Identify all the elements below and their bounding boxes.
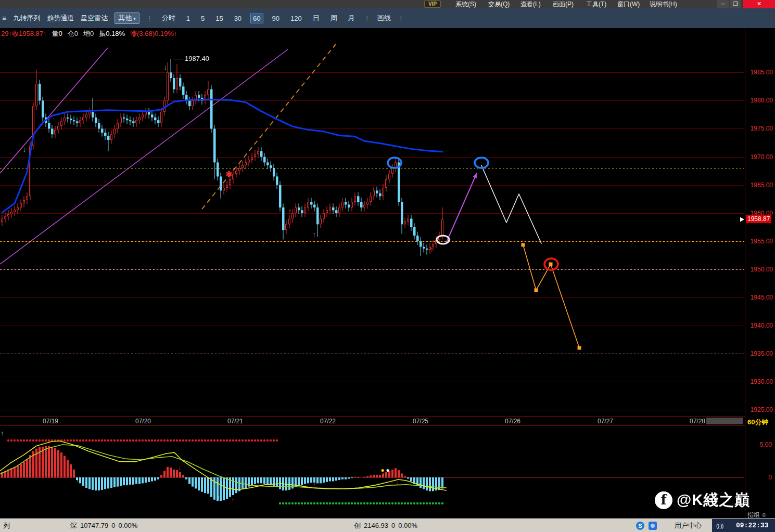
toolbar: ≡九转序列趋势通道星空雷达其他▾⋮分时1515306090120日周月⋮画线⋮ xyxy=(0,8,775,28)
date-label-07/27: 07/27 xyxy=(598,418,613,425)
date-label-07/21: 07/21 xyxy=(227,418,243,425)
statusbar-left-label: 列 xyxy=(3,519,10,532)
plus-icon: ⊕ xyxy=(761,511,767,518)
price-label: 1975.00 xyxy=(751,125,773,132)
watermark-handle: @K綫之巔 xyxy=(677,490,750,511)
status-icon-s[interactable]: S xyxy=(636,522,644,530)
menu-item-5[interactable]: 工具(T) xyxy=(586,0,606,8)
price-label: 1965.00 xyxy=(751,181,773,189)
statusbar-right-segment: ((·)) 09:22:33 xyxy=(712,519,775,532)
menu-item-1[interactable]: 系统(S) xyxy=(455,0,476,8)
date-label-07/25: 07/25 xyxy=(413,418,428,425)
current-price-tag: 1958.87 xyxy=(746,215,771,223)
toolbar-menu-icon[interactable]: ≡ xyxy=(2,14,6,22)
other-dropdown[interactable]: 其他▾ xyxy=(115,12,139,24)
status-icon-app[interactable] xyxy=(649,522,657,530)
period-label: 60分钟 xyxy=(747,418,768,427)
date-axis: 07/1907/2007/2107/2207/2507/2607/2707/28 xyxy=(0,416,745,426)
indicator-axis-label: 0 xyxy=(768,474,772,481)
date-label-07/26: 07/26 xyxy=(505,418,520,425)
chevron-down-icon: ▾ xyxy=(133,16,136,21)
period-120[interactable]: 120 xyxy=(288,14,304,23)
date-label-07/22: 07/22 xyxy=(320,418,336,425)
trading-app-window: VIP 系统(S)交易(Q)查看(L)画面(P)工具(T)窗口(W)说明书(H)… xyxy=(0,0,775,532)
price-label: 1985.00 xyxy=(751,69,773,76)
scrollbar-thumb[interactable] xyxy=(706,418,743,424)
period-月[interactable]: 月 xyxy=(346,13,357,23)
facebook-icon: f xyxy=(655,491,672,509)
menu-item-6[interactable]: 窗口(W) xyxy=(617,0,640,8)
period-1[interactable]: 1 xyxy=(184,14,192,23)
menu-bar: VIP 系统(S)交易(Q)查看(L)画面(P)工具(T)窗口(W)说明书(H)… xyxy=(0,0,775,8)
price-label: 1935.00 xyxy=(751,350,773,357)
date-label-07/28: 07/28 xyxy=(690,418,705,425)
menu-item-3[interactable]: 查看(L) xyxy=(520,0,541,8)
price-label: 1955.00 xyxy=(751,238,773,245)
main-chart-canvas[interactable] xyxy=(0,40,744,416)
maximize-button[interactable]: ❐ xyxy=(730,0,741,8)
macd-canvas[interactable] xyxy=(0,426,744,517)
period-分时[interactable]: 分时 xyxy=(160,13,177,23)
network-signal-icon[interactable]: ((·)) xyxy=(716,519,723,532)
quote-info-bar: 29↑收1958.87↑量0仓0增0振0.18%涨(3.68)0.19%↑ xyxy=(0,28,744,40)
watermark: f @K綫之巔 xyxy=(655,490,750,511)
price-label: 1970.00 xyxy=(751,153,773,161)
tool-3[interactable]: 星空雷达 xyxy=(81,14,108,23)
user-center-button[interactable]: 用户中心 xyxy=(675,519,702,532)
quote-segment-1: 29↑收1958.87↑ xyxy=(1,30,46,37)
quote-segment-5: 振0.18% xyxy=(99,30,125,37)
period-5[interactable]: 5 xyxy=(199,14,207,23)
chinext-index[interactable]: 创2146.9300.00% xyxy=(354,519,417,532)
period-周[interactable]: 周 xyxy=(328,13,339,23)
period-60[interactable]: 60 xyxy=(250,14,263,23)
indicator-axis-label: 5.00 xyxy=(760,441,772,448)
menu-item-2[interactable]: 交易(Q) xyxy=(488,0,510,8)
period-日[interactable]: 日 xyxy=(311,13,322,23)
shenzhen-index[interactable]: 深10747.7900.00% xyxy=(70,519,137,532)
date-label-07/20: 07/20 xyxy=(135,418,151,425)
price-label: 1930.00 xyxy=(751,378,773,385)
toolbar-separator: ⋮ xyxy=(146,15,153,22)
status-bar: 列 深10747.7900.00% 创2146.9300.00% S 用户中心 … xyxy=(0,518,775,532)
price-label: 1945.00 xyxy=(751,294,773,301)
quote-segment-2: 量0 xyxy=(52,30,62,37)
tool-2[interactable]: 趋势通道 xyxy=(47,14,74,23)
toolbar-separator: ⋮ xyxy=(398,15,404,22)
draw-line-button[interactable]: 画线 xyxy=(377,14,391,23)
toolbar-separator: ⋮ xyxy=(364,15,371,22)
price-label: 1940.00 xyxy=(751,322,773,329)
menu-item-4[interactable]: 画面(P) xyxy=(553,0,574,8)
minimize-button[interactable]: ─ xyxy=(717,0,729,8)
vip-badge[interactable]: VIP xyxy=(424,1,441,8)
close-button[interactable]: ✕ xyxy=(743,0,775,8)
period-90[interactable]: 90 xyxy=(270,14,282,23)
tool-1[interactable]: 九转序列 xyxy=(13,14,40,23)
clock-time: 09:22:33 xyxy=(736,519,768,532)
date-label-07/19: 07/19 xyxy=(43,418,58,425)
quote-segment-4: 增0 xyxy=(83,30,94,37)
menu-item-7[interactable]: 说明书(H) xyxy=(650,0,677,8)
price-label: 1950.00 xyxy=(751,266,773,273)
price-label: 1925.00 xyxy=(751,406,773,413)
quote-segment-3: 仓0 xyxy=(68,30,78,37)
price-label: 1980.00 xyxy=(751,97,773,104)
period-30[interactable]: 30 xyxy=(232,14,244,23)
price-axis: 60分钟 指组 ⊕ 1985.001980.001975.001970.0019… xyxy=(745,28,775,518)
period-15[interactable]: 15 xyxy=(213,14,225,23)
quote-segment-6: 涨(3.68)0.19%↑ xyxy=(130,30,177,37)
